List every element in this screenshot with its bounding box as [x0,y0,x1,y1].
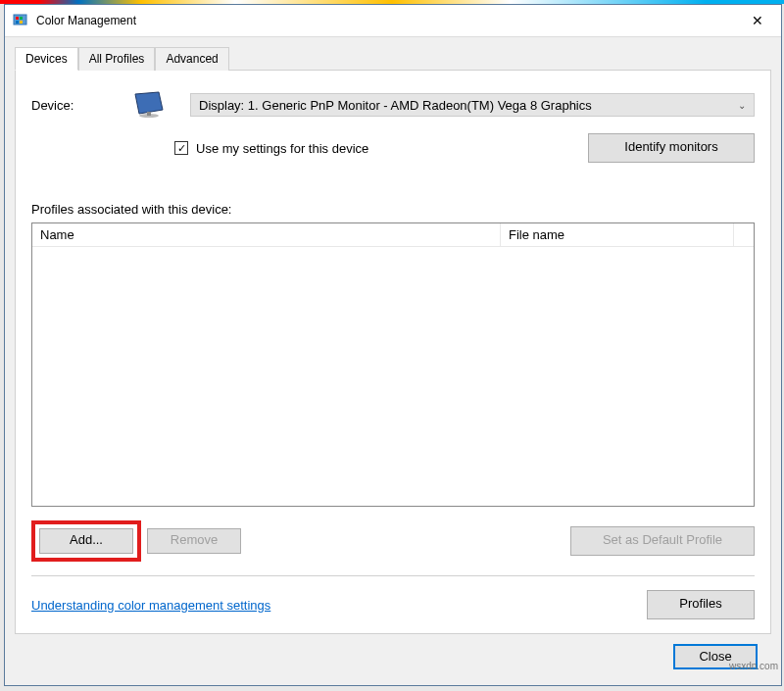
window-title: Color Management [36,14,738,27]
device-dropdown-value: Display: 1. Generic PnP Monitor - AMD Ra… [199,98,592,113]
device-row: Device: Display: 1. Generic PnP Monitor … [31,90,755,120]
device-dropdown[interactable]: Display: 1. Generic PnP Monitor - AMD Ra… [190,93,755,117]
identify-monitors-button[interactable]: Identify monitors [588,133,755,163]
check-icon: ✓ [177,143,186,154]
list-header: Name File name [32,223,754,247]
profile-buttons-row: Add... Remove Set as Default Profile [31,520,755,562]
add-button[interactable]: Add... [39,528,133,554]
use-settings-label: Use my settings for this device [196,141,368,156]
footer: Close [15,634,771,679]
add-highlight: Add... [31,520,141,562]
tab-all-profiles[interactable]: All Profiles [78,47,156,71]
chevron-down-icon: ⌄ [738,100,746,111]
titlebar: Color Management ✕ [5,5,781,36]
tab-bar: Devices All Profiles Advanced [15,47,771,71]
svg-rect-4 [20,21,23,24]
profiles-button[interactable]: Profiles [647,590,755,619]
svg-rect-6 [147,112,151,116]
watermark: wsxdn.com [729,661,778,671]
svg-rect-3 [16,21,19,24]
column-filename[interactable]: File name [501,223,734,246]
app-icon [13,13,28,28]
device-label: Device: [31,98,110,113]
close-icon[interactable]: ✕ [738,7,777,34]
svg-rect-2 [20,17,23,20]
window: Color Management ✕ Devices All Profiles … [4,4,782,686]
column-spacer [734,223,754,246]
content-area: Devices All Profiles Advanced Device: Di… [5,36,781,685]
devices-panel: Device: Display: 1. Generic PnP Monitor … [15,70,771,634]
divider [31,575,755,576]
monitor-icon [133,90,167,120]
svg-rect-1 [16,17,19,20]
profiles-label: Profiles associated with this device: [31,202,755,217]
help-link[interactable]: Understanding color management settings [31,598,270,613]
tab-devices[interactable]: Devices [15,47,78,71]
column-name[interactable]: Name [32,223,501,246]
link-row: Understanding color management settings … [31,590,755,619]
remove-button: Remove [147,528,241,554]
tab-advanced[interactable]: Advanced [155,47,228,71]
profiles-listbox[interactable]: Name File name [31,222,755,507]
use-settings-checkbox[interactable]: ✓ [174,141,188,155]
settings-row: ✓ Use my settings for this device Identi… [31,133,755,163]
set-default-button: Set as Default Profile [570,526,755,556]
